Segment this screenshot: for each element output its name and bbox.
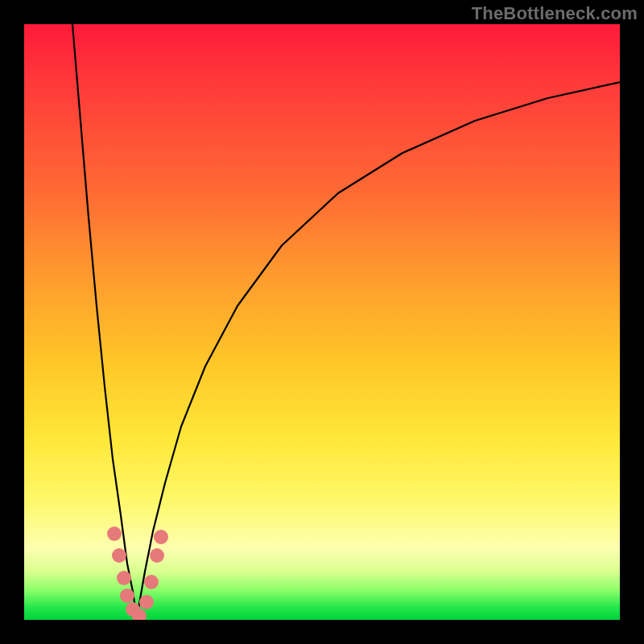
svg-point-1 xyxy=(112,548,126,563)
chart-frame: TheBottleneck.com xyxy=(0,0,644,644)
svg-point-2 xyxy=(117,571,131,585)
svg-point-9 xyxy=(154,530,168,544)
svg-point-7 xyxy=(144,575,159,589)
svg-point-8 xyxy=(150,548,164,563)
curve-dots xyxy=(107,526,168,620)
watermark-text: TheBottleneck.com xyxy=(472,3,638,24)
svg-point-6 xyxy=(139,595,154,609)
svg-point-0 xyxy=(107,526,122,541)
plot-area xyxy=(24,24,620,620)
chart-svg xyxy=(24,24,620,620)
curve-left-branch xyxy=(72,24,137,620)
curve-right-branch xyxy=(137,82,620,620)
svg-point-3 xyxy=(120,588,134,603)
